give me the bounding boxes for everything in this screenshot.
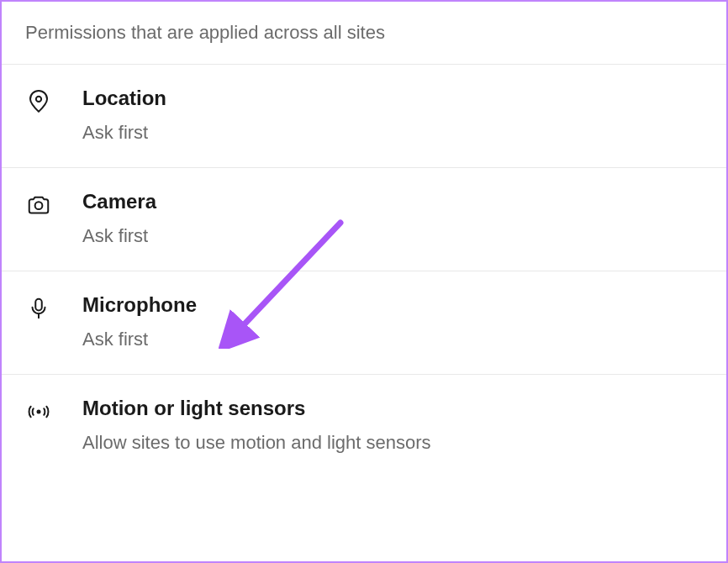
location-icon xyxy=(25,88,52,115)
location-title: Location xyxy=(82,87,166,110)
location-subtitle: Ask first xyxy=(82,122,166,144)
permissions-header-text: Permissions that are applied across all … xyxy=(25,22,385,43)
svg-point-1 xyxy=(35,202,43,209)
permission-item-microphone[interactable]: Microphone Ask first xyxy=(2,271,726,375)
camera-icon xyxy=(25,192,52,218)
permission-item-motion-sensors[interactable]: Motion or light sensors Allow sites to u… xyxy=(2,375,726,477)
camera-subtitle: Ask first xyxy=(82,225,156,247)
svg-point-0 xyxy=(36,97,41,102)
camera-title: Camera xyxy=(82,190,156,213)
svg-rect-2 xyxy=(35,299,42,311)
motion-sensor-icon xyxy=(25,398,52,425)
svg-point-4 xyxy=(37,410,41,414)
microphone-title: Microphone xyxy=(82,293,197,317)
permissions-header: Permissions that are applied across all … xyxy=(2,2,726,65)
microphone-subtitle: Ask first xyxy=(82,329,197,350)
microphone-icon xyxy=(25,295,52,322)
permissions-panel: Permissions that are applied across all … xyxy=(0,0,728,563)
permission-item-location[interactable]: Location Ask first xyxy=(2,65,726,168)
motion-sensors-subtitle: Allow sites to use motion and light sens… xyxy=(82,432,431,454)
motion-sensors-title: Motion or light sensors xyxy=(82,397,431,420)
permission-item-camera[interactable]: Camera Ask first xyxy=(2,168,726,271)
